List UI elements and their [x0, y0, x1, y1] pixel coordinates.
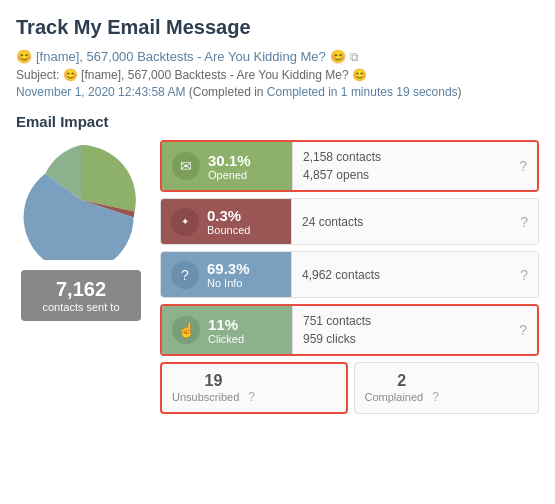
noinfo-contacts: 4,962 contacts — [302, 266, 514, 284]
bounced-icon: ✦ — [171, 208, 199, 236]
bounced-help-icon[interactable]: ? — [520, 214, 528, 230]
opened-contacts: 2,158 contacts — [303, 148, 513, 166]
subject-icon-left: 😊 — [63, 68, 78, 82]
stat-right-opened: 2,158 contacts 4,857 opens ? — [292, 142, 537, 190]
stat-row-clicked: ☝ 11% Clicked 751 contacts 959 clicks ? — [160, 304, 539, 356]
subject-value: [fname], 567,000 Backtests - Are You Kid… — [81, 68, 349, 82]
opened-help-icon[interactable]: ? — [519, 158, 527, 174]
clicked-text: 11% Clicked — [208, 316, 244, 345]
email-impact-title: Email Impact — [16, 113, 539, 130]
bounced-detail: 24 contacts — [302, 213, 514, 231]
pie-opened — [81, 145, 136, 212]
stat-right-noinfo: 4,962 contacts ? — [291, 252, 538, 297]
clicked-help-icon[interactable]: ? — [519, 322, 527, 338]
unsubscribed-label: Unsubscribed ? — [172, 390, 255, 404]
campaign-name-text[interactable]: [fname], 567,000 Backtests - Are You Kid… — [36, 49, 326, 64]
campaign-icon-left: 😊 — [16, 49, 32, 64]
stat-left-clicked: ☝ 11% Clicked — [162, 306, 292, 354]
clicked-icon: ☝ — [172, 316, 200, 344]
clicked-clicks: 959 clicks — [303, 330, 513, 348]
bounced-contacts: 24 contacts — [302, 213, 514, 231]
stat-row-opened: ✉ 30.1% Opened 2,158 contacts 4,857 open… — [160, 140, 539, 192]
noinfo-detail: 4,962 contacts — [302, 266, 514, 284]
clicked-pct: 11% — [208, 316, 244, 333]
contacts-sent-label: contacts sent to — [31, 301, 131, 313]
unsubscribed-inner: 19 Unsubscribed ? — [172, 372, 255, 404]
opened-label: Opened — [208, 169, 251, 181]
opened-opens: 4,857 opens — [303, 166, 513, 184]
opened-icon: ✉ — [172, 152, 200, 180]
complained-num: 2 — [365, 372, 439, 390]
subject-line: Subject: 😊 [fname], 567,000 Backtests - … — [16, 68, 539, 82]
subject-icon-right: 😊 — [352, 68, 367, 82]
clicked-detail: 751 contacts 959 clicks — [303, 312, 513, 348]
page-title: Track My Email Message — [16, 16, 539, 39]
unsubscribed-box: 19 Unsubscribed ? — [160, 362, 348, 414]
noinfo-icon: ? — [171, 261, 199, 289]
campaign-icon-right: 😊 — [330, 49, 346, 64]
subject-label: Subject: — [16, 68, 59, 82]
contacts-sent-box: 7,162 contacts sent to — [21, 270, 141, 321]
chart-area: 7,162 contacts sent to — [16, 140, 146, 321]
stat-left-noinfo: ? 69.3% No Info — [161, 252, 291, 297]
stat-left-opened: ✉ 30.1% Opened — [162, 142, 292, 190]
pie-chart — [21, 140, 141, 260]
unsubscribed-help-icon[interactable]: ? — [248, 390, 255, 404]
stat-row-noinfo: ? 69.3% No Info 4,962 contacts ? — [160, 251, 539, 298]
copy-icon[interactable]: ⧉ — [350, 50, 359, 64]
stat-right-bounced: 24 contacts ? — [291, 199, 538, 244]
date-text: November 1, 2020 12:43:58 AM — [16, 85, 185, 99]
noinfo-help-icon[interactable]: ? — [520, 267, 528, 283]
complained-box: 2 Complained ? — [354, 362, 540, 414]
bounced-label: Bounced — [207, 224, 250, 236]
complained-help-icon[interactable]: ? — [432, 390, 439, 404]
complained-inner: 2 Complained ? — [365, 372, 439, 404]
stat-right-clicked: 751 contacts 959 clicks ? — [292, 306, 537, 354]
opened-text: 30.1% Opened — [208, 152, 251, 181]
bounced-text: 0.3% Bounced — [207, 207, 250, 236]
stat-left-bounced: ✦ 0.3% Bounced — [161, 199, 291, 244]
stat-row-bounced: ✦ 0.3% Bounced 24 contacts ? — [160, 198, 539, 245]
opened-pct: 30.1% — [208, 152, 251, 169]
clicked-label: Clicked — [208, 333, 244, 345]
complained-label: Complained ? — [365, 390, 439, 404]
opened-detail: 2,158 contacts 4,857 opens — [303, 148, 513, 184]
bottom-row: 19 Unsubscribed ? 2 Complained ? — [160, 362, 539, 414]
bounced-pct: 0.3% — [207, 207, 250, 224]
email-impact-section: 7,162 contacts sent to ✉ 30.1% Opened 2,… — [16, 140, 539, 414]
stats-area: ✉ 30.1% Opened 2,158 contacts 4,857 open… — [160, 140, 539, 414]
pie-svg — [21, 140, 141, 260]
noinfo-pct: 69.3% — [207, 260, 250, 277]
contacts-sent-num: 7,162 — [31, 278, 131, 301]
noinfo-label: No Info — [207, 277, 250, 289]
completed-text: Completed in 1 minutes 19 seconds — [267, 85, 458, 99]
campaign-name-line: 😊 [fname], 567,000 Backtests - Are You K… — [16, 49, 539, 64]
date-line: November 1, 2020 12:43:58 AM (Completed … — [16, 85, 539, 99]
clicked-contacts: 751 contacts — [303, 312, 513, 330]
unsubscribed-num: 19 — [172, 372, 255, 390]
noinfo-text: 69.3% No Info — [207, 260, 250, 289]
